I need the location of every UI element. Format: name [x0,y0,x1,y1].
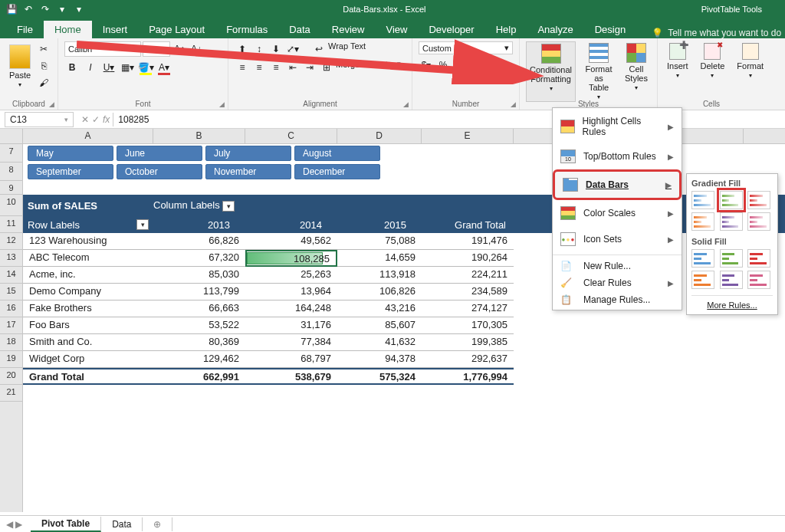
rowhead-19[interactable]: 19 [0,351,22,368]
tell-me-box[interactable]: 💡 Tell me what you want to do [652,28,781,38]
pivot-cell[interactable]: 49,562 [245,233,337,250]
cf-new-rule[interactable]: 📄New Rule... [553,258,682,274]
pivot-cell[interactable]: Foo Bars [23,317,153,334]
grow-font-icon[interactable]: A↑ [172,41,187,57]
rowhead-12[interactable]: 12 [0,233,22,250]
pivot-cell[interactable]: 164,248 [245,300,337,317]
paste-button[interactable]: Paste ▾ [6,43,34,90]
increase-indent-icon[interactable]: ⇥ [302,60,317,75]
format-as-table-button[interactable]: Format as Table▾ [582,41,616,102]
format-cells-button[interactable]: Format▾ [734,41,767,80]
pivot-cell[interactable]: 129,462 [153,351,245,368]
tab-review[interactable]: Review [321,21,376,38]
pivot-cell[interactable]: Acme, inc. [23,267,153,284]
accounting-format-icon[interactable]: $▾ [419,57,434,73]
tab-help[interactable]: Help [485,21,527,38]
align-left-icon[interactable]: ≡ [235,60,250,75]
data-bar-thumb[interactable] [720,191,743,209]
cf-manage-rules[interactable]: 📋Manage Rules... [553,291,682,308]
pivot-cell[interactable]: 113,918 [337,267,422,284]
undo-icon[interactable]: ↶ [23,4,34,15]
pivot-cell[interactable]: 77,384 [245,334,337,351]
copy-icon[interactable]: ⎘ [36,58,51,74]
data-bar-thumb[interactable] [720,271,743,289]
bold-button[interactable]: B [64,60,80,75]
pivot-cell[interactable]: 274,127 [422,300,514,317]
enter-icon[interactable]: ✓ [92,114,100,125]
cf-icon-sets[interactable]: ●●● Icon Sets▶ [553,226,682,252]
align-middle-icon[interactable]: ↕ [251,41,267,57]
dialog-launcher-icon[interactable]: ◢ [403,100,409,108]
qat-dropdown-icon[interactable]: ▾ [57,4,67,15]
pivot-cell[interactable]: 43,216 [337,300,422,317]
slicer-december[interactable]: December [294,164,380,179]
pivot-cell[interactable]: 94,378 [337,351,422,368]
rowhead-10[interactable]: 10 [0,195,22,216]
tab-data[interactable]: Data [278,21,320,38]
tab-page-layout[interactable]: Page Layout [138,21,215,38]
cf-data-bars[interactable]: Data Bars▶ [553,169,682,200]
pivot-cell[interactable]: 85,030 [153,267,245,284]
slicer-june[interactable]: June [117,146,202,161]
column-filter-dropdown[interactable]: ▾ [222,201,235,212]
align-top-icon[interactable]: ⬆ [235,41,250,57]
pivot-cell[interactable]: 292,637 [422,351,514,368]
tab-file[interactable]: File [6,21,44,38]
pivot-cell[interactable]: Fake Brothers [23,300,153,317]
redo-icon[interactable]: ↷ [40,4,51,15]
rowhead-8[interactable]: 8 [0,163,22,181]
rowhead-9[interactable]: 9 [0,181,22,195]
rowhead-7[interactable]: 7 [0,144,22,163]
align-right-icon[interactable]: ≡ [268,60,284,75]
rowhead-18[interactable]: 18 [0,334,22,351]
underline-button[interactable]: U▾ [101,60,117,75]
orientation-icon[interactable]: ⤢▾ [285,41,301,57]
sheet-tab-data[interactable]: Data [101,517,143,531]
pivot-cell[interactable]: 80,369 [153,334,245,351]
slicer-october[interactable]: October [117,164,202,179]
pivot-cell[interactable]: 191,476 [422,233,514,250]
pivot-cell[interactable]: 41,632 [337,334,422,351]
data-bar-thumb[interactable] [691,212,714,231]
data-bar-thumb[interactable] [691,249,714,268]
data-bar-thumb[interactable] [747,271,770,289]
cf-highlight-cells-rules[interactable]: Highlight Cells Rules▶ [553,110,682,143]
pivot-cell[interactable]: Demo Company [23,284,153,300]
pivot-cell[interactable]: 31,176 [245,317,337,334]
colhead-e[interactable]: E [422,129,514,143]
conditional-formatting-button[interactable]: Conditional Formatting▾ [526,41,576,102]
number-format-combo[interactable]: Custom▾ [419,41,513,54]
pivot-cell[interactable]: 66,663 [153,300,245,317]
select-all-corner[interactable] [0,129,22,144]
slicer-november[interactable]: November [205,164,291,179]
pivot-cell[interactable]: 123 Warehousing [23,233,153,250]
tab-nav[interactable]: ◀ ▶ [6,519,22,530]
data-bar-thumb[interactable] [747,191,770,209]
formula-input[interactable]: 108285 [113,113,785,126]
fill-color-icon[interactable]: 🪣▾ [138,60,153,75]
dialog-launcher-icon[interactable]: ◢ [219,100,225,108]
rowhead-15[interactable]: 15 [0,284,22,300]
pivot-cell[interactable]: 106,826 [337,284,422,300]
tab-home[interactable]: Home [44,21,92,38]
fx-icon[interactable]: fx [103,114,110,125]
data-bar-thumb[interactable] [691,191,714,209]
slicer-july[interactable]: July [205,146,291,161]
pivot-cell[interactable]: 13,964 [245,284,337,300]
pivot-cell[interactable]: 25,263 [245,267,337,284]
pivot-cell[interactable]: 170,305 [422,317,514,334]
colhead-c[interactable]: C [245,129,337,143]
merge-center-button[interactable]: Merge & Center [336,60,396,75]
percent-format-icon[interactable]: % [435,57,451,73]
pivot-cell[interactable]: Smith and Co. [23,334,153,351]
tab-insert[interactable]: Insert [92,21,139,38]
slicer-september[interactable]: September [28,164,113,179]
name-box[interactable]: C13▾ [5,112,74,127]
data-bar-thumb[interactable] [747,212,770,231]
tab-formulas[interactable]: Formulas [215,21,278,38]
qat-more-icon[interactable]: ▾ [74,4,84,15]
decrease-decimal-icon[interactable]: ←.00 [486,57,501,73]
colhead-d[interactable]: D [337,129,422,143]
cancel-icon[interactable]: ✕ [81,114,89,125]
tab-developer[interactable]: Developer [418,21,484,38]
